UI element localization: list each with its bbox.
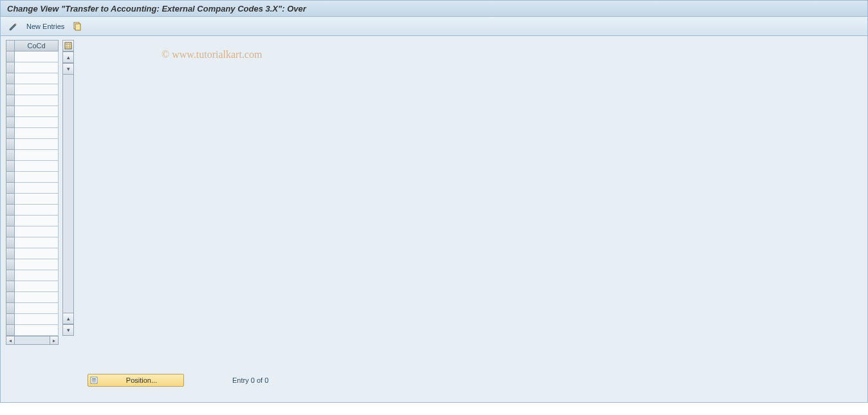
column-header-cocd[interactable]: CoCd [15, 40, 59, 51]
row-selector[interactable] [6, 216, 15, 226]
grid-cell[interactable] [15, 216, 59, 226]
row-selector[interactable] [6, 73, 15, 84]
hscroll-track[interactable] [15, 336, 50, 345]
toolbar: New Entries [0, 17, 868, 36]
table-row [6, 314, 59, 325]
row-selector[interactable] [6, 51, 15, 62]
scroll-top-button[interactable]: ▴ [62, 51, 74, 63]
table-row [6, 325, 59, 336]
row-selector[interactable] [6, 95, 15, 106]
grid-cell[interactable] [15, 281, 59, 292]
table-row [6, 95, 59, 106]
row-selector[interactable] [6, 303, 15, 314]
position-icon [88, 374, 100, 386]
position-label: Position... [100, 376, 183, 384]
row-selector[interactable] [6, 106, 15, 117]
grid-cell[interactable] [15, 62, 59, 73]
row-selector[interactable] [6, 205, 15, 216]
grid-cell[interactable] [15, 292, 59, 303]
page-title: Change View "Transfer to Accounting: Ext… [7, 4, 306, 14]
table-row [6, 303, 59, 314]
new-entries-button[interactable]: New Entries [24, 23, 67, 30]
row-selector[interactable] [6, 259, 15, 270]
grid-cell[interactable] [15, 172, 59, 183]
table-row [6, 84, 59, 95]
table-row [6, 194, 59, 205]
row-selector[interactable] [6, 314, 15, 325]
grid-body [6, 51, 59, 336]
grid-cell[interactable] [15, 51, 59, 62]
scroll-left-button[interactable]: ◂ [6, 336, 15, 345]
grid-cell[interactable] [15, 303, 59, 314]
row-selector[interactable] [6, 226, 15, 237]
grid-cell[interactable] [15, 226, 59, 237]
grid-cell[interactable] [15, 73, 59, 84]
row-selector[interactable] [6, 62, 15, 73]
grid-cell[interactable] [15, 248, 59, 259]
row-selector[interactable] [6, 248, 15, 259]
table-row [6, 205, 59, 216]
grid-cell[interactable] [15, 314, 59, 325]
table-settings-icon[interactable] [62, 40, 74, 51]
select-all-corner[interactable] [6, 40, 15, 51]
row-selector[interactable] [6, 270, 15, 281]
grid-cell[interactable] [15, 117, 59, 128]
row-selector[interactable] [6, 139, 15, 150]
table-row [6, 292, 59, 303]
table-row [6, 161, 59, 172]
title-bar: Change View "Transfer to Accounting: Ext… [0, 0, 868, 17]
table-row [6, 270, 59, 281]
app-root: Change View "Transfer to Accounting: Ext… [0, 0, 868, 415]
table-row [6, 183, 59, 194]
table-row [6, 226, 59, 237]
row-selector[interactable] [6, 117, 15, 128]
copy-icon[interactable] [71, 20, 84, 33]
position-button[interactable]: Position... [88, 374, 184, 387]
row-selector[interactable] [6, 128, 15, 139]
grid-cell[interactable] [15, 128, 59, 139]
row-selector[interactable] [6, 172, 15, 183]
grid-cell[interactable] [15, 259, 59, 270]
grid-cell[interactable] [15, 205, 59, 216]
vscroll-track[interactable] [62, 75, 74, 313]
grid-cell[interactable] [15, 139, 59, 150]
svg-rect-9 [92, 380, 96, 381]
grid-cell[interactable] [15, 106, 59, 117]
table-row [6, 73, 59, 84]
row-selector[interactable] [6, 292, 15, 303]
table-row [6, 117, 59, 128]
grid-cell[interactable] [15, 161, 59, 172]
row-selector[interactable] [6, 161, 15, 172]
grid-cell[interactable] [15, 325, 59, 336]
scroll-down-button[interactable]: ▴ [62, 313, 74, 324]
row-selector[interactable] [6, 183, 15, 194]
edit-icon[interactable] [7, 20, 20, 33]
table-row [6, 128, 59, 139]
table-row [6, 139, 59, 150]
grid-cell[interactable] [15, 150, 59, 161]
row-selector[interactable] [6, 281, 15, 292]
content-area: © www.tutorialkart.com CoCd ◂ ▸ [0, 36, 868, 403]
grid-cell[interactable] [15, 194, 59, 205]
scroll-right-button[interactable]: ▸ [50, 336, 59, 345]
table-block: CoCd ◂ ▸ [6, 40, 75, 345]
row-selector[interactable] [6, 325, 15, 336]
grid-cell[interactable] [15, 237, 59, 248]
row-selector[interactable] [6, 84, 15, 95]
grid-cell[interactable] [15, 270, 59, 281]
grid-cell[interactable] [15, 84, 59, 95]
horizontal-scrollbar[interactable]: ◂ ▸ [6, 336, 59, 345]
svg-rect-2 [65, 42, 71, 49]
data-grid: CoCd [6, 40, 59, 336]
scroll-up-button[interactable]: ▾ [62, 63, 74, 75]
row-selector[interactable] [6, 150, 15, 161]
entry-count-text: Entry 0 of 0 [232, 376, 268, 384]
row-selector[interactable] [6, 237, 15, 248]
table-row [6, 106, 59, 117]
table-row [6, 259, 59, 270]
row-selector[interactable] [6, 194, 15, 205]
grid-header-row: CoCd [6, 40, 59, 51]
grid-cell[interactable] [15, 95, 59, 106]
scroll-bottom-button[interactable]: ▾ [62, 324, 74, 336]
grid-cell[interactable] [15, 183, 59, 194]
